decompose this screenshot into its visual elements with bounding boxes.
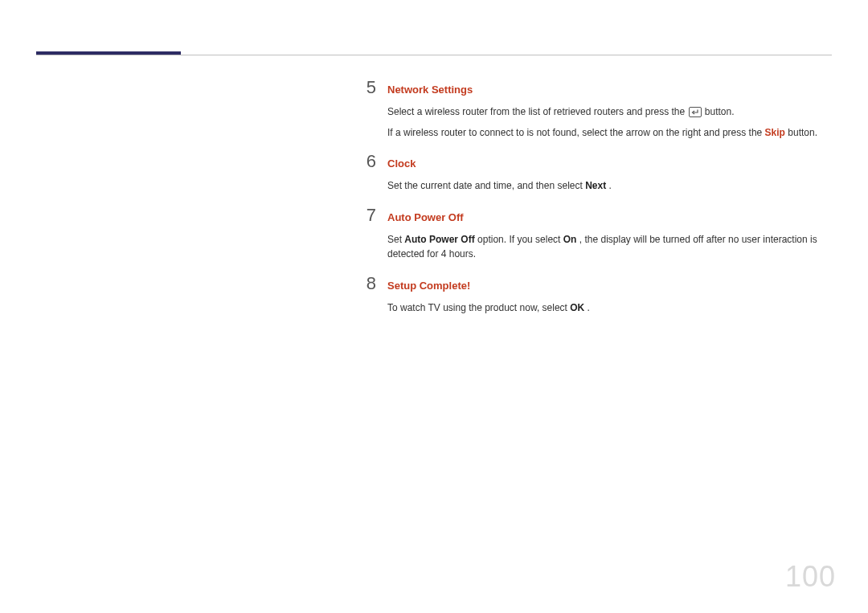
step-text-line: Set the current date and time, and then … — [387, 178, 832, 194]
enter-icon — [689, 107, 702, 122]
step-body: Set the current date and time, and then … — [387, 178, 832, 194]
step-5: 5 Network Settings Select a wireless rou… — [354, 79, 832, 140]
step-text-line: If a wireless router to connect to is no… — [387, 125, 832, 141]
step-title: Clock — [387, 157, 416, 170]
text-fragment: button. — [705, 106, 735, 117]
auto-power-off-label: Auto Power Off — [404, 234, 474, 245]
text-fragment: Select a wireless router from the list o… — [387, 106, 688, 117]
text-fragment: . — [588, 302, 590, 313]
skip-label: Skip — [765, 127, 785, 138]
step-8: 8 Setup Complete! To watch TV using the … — [354, 275, 832, 316]
step-number: 5 — [354, 79, 376, 96]
page-number: 100 — [785, 560, 836, 594]
step-text-line: To watch TV using the product now, selec… — [387, 300, 832, 316]
step-head: 8 Setup Complete! — [354, 275, 832, 292]
step-number: 6 — [354, 153, 376, 170]
step-body: To watch TV using the product now, selec… — [387, 300, 832, 316]
step-number: 8 — [354, 275, 376, 292]
step-6: 6 Clock Set the current date and time, a… — [354, 153, 832, 194]
text-fragment: . — [609, 180, 612, 191]
text-fragment: button. — [788, 127, 817, 138]
header-divider — [36, 55, 832, 55]
ok-label: OK — [570, 302, 584, 313]
step-title: Setup Complete! — [387, 280, 470, 292]
step-head: 5 Network Settings — [354, 79, 832, 96]
text-fragment: If a wireless router to connect to is no… — [387, 127, 765, 138]
step-number: 7 — [354, 206, 376, 224]
text-fragment: option. If you select — [477, 234, 563, 245]
step-title: Network Settings — [387, 84, 473, 96]
text-fragment: Set the current date and time, and then … — [387, 180, 585, 191]
step-body: Select a wireless router from the list o… — [387, 104, 832, 140]
step-head: 7 Auto Power Off — [354, 206, 832, 224]
step-head: 6 Clock — [354, 153, 832, 170]
step-text-line: Set Auto Power Off option. If you select… — [387, 232, 832, 262]
next-label: Next — [585, 180, 606, 191]
step-title: Auto Power Off — [387, 211, 464, 223]
text-fragment: To watch TV using the product now, selec… — [387, 302, 570, 313]
text-fragment: Set — [387, 234, 404, 245]
step-text-line: Select a wireless router from the list o… — [387, 104, 832, 122]
step-body: Set Auto Power Off option. If you select… — [387, 232, 832, 262]
content-area: 5 Network Settings Select a wireless rou… — [354, 79, 832, 329]
step-7: 7 Auto Power Off Set Auto Power Off opti… — [354, 206, 832, 262]
on-label: On — [563, 234, 577, 245]
